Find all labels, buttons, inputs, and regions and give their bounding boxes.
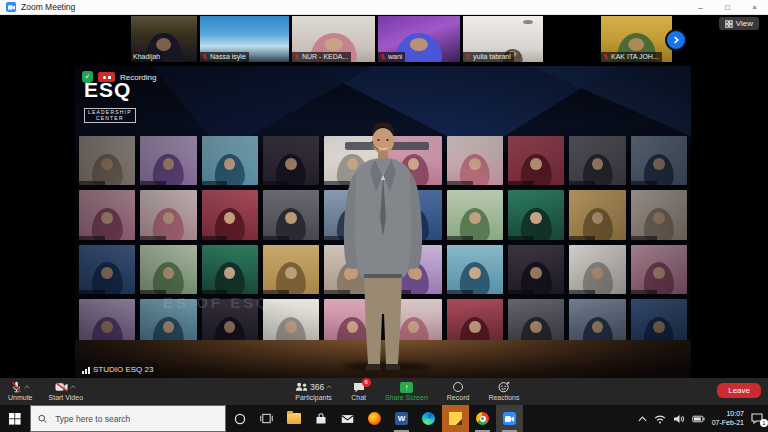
muted-mic-icon [465, 53, 471, 61]
participant-thumbnail-video-off[interactable] [546, 16, 598, 62]
leave-button[interactable]: Leave [717, 383, 761, 398]
zoom-meeting-window: Zoom Meeting – □ × View Khadijah Nassa i… [0, 0, 768, 432]
esq-logo: ESQ LEADERSHIP CENTER [84, 80, 136, 123]
minimize-button[interactable]: – [687, 0, 714, 14]
view-button-label: View [736, 19, 753, 28]
microsoft-store-button[interactable] [307, 405, 334, 432]
esq-logo-text: ESQ [84, 80, 136, 100]
task-view-button[interactable] [253, 405, 280, 432]
participant-thumbnail[interactable]: NUR - KEDA... [292, 16, 375, 62]
participant-name-label: wani [378, 52, 405, 62]
zoom-taskbar-button[interactable] [496, 405, 523, 432]
wall-tile [631, 190, 687, 239]
view-button[interactable]: View [719, 17, 759, 30]
firefox-icon [368, 412, 381, 425]
wall-tile [79, 190, 135, 239]
window-titlebar: Zoom Meeting – □ × [0, 0, 768, 15]
participants-button[interactable]: 366 Participants [295, 381, 332, 402]
muted-mic-icon [603, 53, 609, 61]
edge-button[interactable] [415, 405, 442, 432]
watermark: ES OF ESQ [163, 294, 271, 311]
word-icon: W [395, 412, 408, 425]
taskbar-clock[interactable]: 10:07 07-Feb-21 [712, 410, 744, 427]
share-screen-button[interactable]: ↑ Share Screen [385, 381, 428, 402]
wall-tile [631, 136, 687, 185]
start-video-button[interactable]: Start Video [49, 381, 84, 402]
chevron-up-icon [70, 385, 76, 389]
main-video[interactable]: ES OF ESQ ✓ Recording ESQ LEADERSHIP CEN… [75, 66, 691, 378]
next-page-button[interactable] [665, 29, 687, 51]
window-controls: – □ × [687, 0, 768, 14]
chevron-up-icon [24, 385, 30, 389]
wall-tile [508, 136, 564, 185]
chrome-icon [476, 412, 489, 425]
clock-date: 07-Feb-21 [712, 419, 744, 428]
sticky-notes-button[interactable] [442, 405, 469, 432]
wall-tile [447, 136, 503, 185]
battery-icon[interactable] [692, 415, 705, 423]
share-screen-icon: ↑ [400, 382, 413, 393]
participant-name-label: Nassa isyle [200, 52, 249, 62]
wall-tile [631, 245, 687, 294]
start-button[interactable] [0, 405, 30, 432]
unmute-button[interactable]: Unmute [8, 381, 33, 402]
participant-thumbnail[interactable]: yulia tabrani [463, 16, 543, 62]
wall-tile [140, 245, 196, 294]
esq-logo-subtext: LEADERSHIP CENTER [84, 108, 136, 123]
wall-tile [202, 190, 258, 239]
wall-tile [263, 190, 319, 239]
firefox-button[interactable] [361, 405, 388, 432]
hidden-icons-chevron[interactable] [638, 416, 647, 422]
chevron-right-icon [672, 36, 680, 44]
chrome-button[interactable] [469, 405, 496, 432]
muted-mic-icon [202, 53, 208, 61]
search-input[interactable] [53, 413, 218, 425]
mail-icon [341, 414, 354, 424]
wall-tile [447, 190, 503, 239]
video-off-icon [55, 382, 68, 392]
file-explorer-button[interactable] [280, 405, 307, 432]
clock-time: 10:07 [726, 410, 744, 419]
taskbar-search[interactable] [30, 405, 226, 432]
grid-view-icon [725, 20, 733, 28]
zoom-app-icon [6, 2, 16, 12]
wall-tile [79, 245, 135, 294]
wall-tile [508, 190, 564, 239]
wall-tile [140, 136, 196, 185]
participant-thumbnail[interactable]: Khadijah [131, 16, 197, 62]
participant-name-label: yulia tabrani [463, 52, 514, 62]
participant-thumbnail[interactable]: Nassa isyle [200, 16, 289, 62]
maximize-button[interactable]: □ [714, 0, 741, 14]
chevron-up-icon [326, 385, 332, 389]
action-center-button[interactable]: 1 [751, 413, 763, 424]
wall-tile [202, 136, 258, 185]
participant-thumbnail[interactable]: KAK ITA JOH... [601, 16, 672, 62]
cortana-button[interactable] [226, 405, 253, 432]
mail-button[interactable] [334, 405, 361, 432]
ceiling-fan [523, 20, 533, 24]
wall-tile [447, 245, 503, 294]
reactions-button[interactable]: Reactions [488, 381, 519, 402]
window-title: Zoom Meeting [21, 2, 75, 12]
participant-thumbnails: Khadijah Nassa isyle NUR - KEDA... wani [131, 16, 672, 62]
signal-bars-icon [82, 366, 90, 374]
participant-thumbnail[interactable]: wani [378, 16, 460, 62]
wall-tile [263, 245, 319, 294]
wall-tile [79, 136, 135, 185]
wall-tile [202, 245, 258, 294]
sticky-notes-icon [449, 412, 462, 425]
volume-icon[interactable] [673, 414, 685, 424]
muted-mic-icon [11, 381, 22, 393]
network-icon[interactable] [654, 414, 666, 424]
store-bag-icon [315, 413, 327, 425]
record-button[interactable]: Record [447, 381, 470, 402]
windows-logo-icon [9, 413, 21, 425]
chat-button[interactable]: 6 Chat [351, 381, 366, 402]
active-speaker-label: STUDIO ESQ 23 [77, 363, 158, 376]
word-button[interactable]: W [388, 405, 415, 432]
system-tray: 10:07 07-Feb-21 1 [638, 405, 768, 432]
close-button[interactable]: × [741, 0, 768, 14]
wall-tile [569, 245, 625, 294]
wall-tile [263, 136, 319, 185]
wall-tile [569, 190, 625, 239]
